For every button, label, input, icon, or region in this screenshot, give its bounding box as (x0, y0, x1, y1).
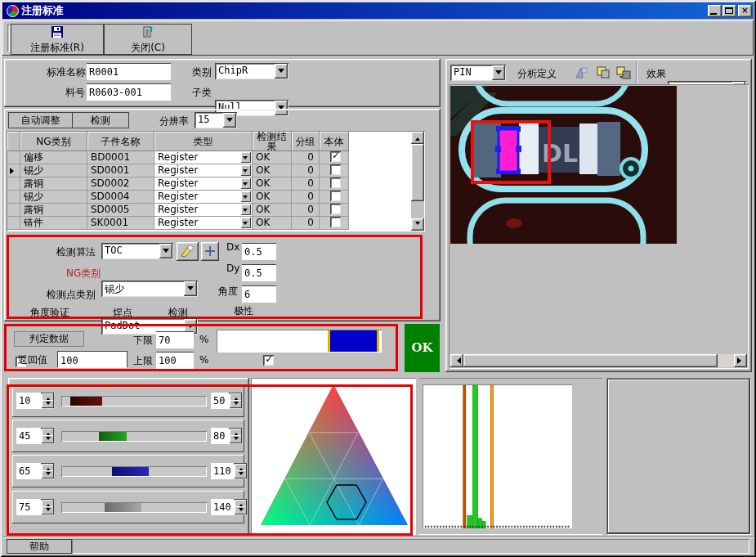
chevron-down-icon[interactable] (241, 152, 251, 163)
header-type[interactable]: 类型 (154, 132, 253, 151)
angle-field[interactable] (242, 285, 276, 302)
spin-down-button[interactable] (42, 435, 54, 443)
upper-limit-input[interactable] (156, 353, 194, 369)
range-slider[interactable] (61, 396, 207, 407)
help-button[interactable]: 帮助 (7, 539, 72, 554)
std-name-field[interactable] (87, 63, 171, 79)
dy-field[interactable] (242, 264, 276, 281)
maximize-button[interactable] (722, 5, 736, 17)
teach-brush-button[interactable] (177, 242, 199, 261)
range-slider[interactable] (61, 466, 207, 477)
table-row[interactable]: 偏移 BD0001 Register OK 0 (7, 151, 411, 164)
header-group[interactable]: 分组 (292, 132, 320, 151)
body-checkbox[interactable] (330, 177, 341, 188)
resolution-combo[interactable]: 15 (195, 112, 237, 128)
copy-region-icon[interactable] (596, 66, 611, 79)
dx-field[interactable] (242, 243, 276, 259)
slider-max-spinner[interactable] (211, 393, 242, 409)
detect-button[interactable]: 检测 (72, 112, 129, 128)
table-row[interactable]: 露铜 SD0005 Register OK 0 (7, 204, 411, 217)
scroll-down-button[interactable] (411, 218, 424, 231)
chevron-down-icon[interactable] (492, 65, 505, 80)
max-value-input[interactable] (211, 463, 234, 479)
table-row[interactable]: 锡少 SD0001 Register OK 0 (7, 164, 411, 177)
type-dropdown[interactable]: Register (154, 191, 253, 204)
close-window-button[interactable]: 关闭(C) (104, 24, 192, 55)
scroll-left-button[interactable] (450, 354, 463, 367)
dy-input[interactable] (242, 265, 276, 281)
close-button[interactable]: × (738, 5, 752, 17)
range-segment[interactable] (112, 467, 149, 476)
slider-min-spinner[interactable] (16, 393, 54, 409)
chromaticity-triangle[interactable] (251, 378, 414, 533)
table-row[interactable]: 露铜 SD0002 Register OK 0 (7, 177, 411, 191)
ng-category-combo[interactable]: 锡少 (101, 281, 198, 297)
angle-input[interactable] (242, 286, 276, 303)
image-hscrollbar[interactable] (450, 354, 747, 367)
table-scrollbar[interactable] (411, 132, 424, 231)
part-no-input[interactable] (87, 84, 171, 101)
color-triangle-panel[interactable] (251, 378, 416, 535)
min-value-input[interactable] (16, 393, 41, 409)
type-dropdown[interactable]: Register (154, 204, 253, 217)
max-value-input[interactable] (211, 393, 229, 409)
chevron-down-icon[interactable] (241, 204, 251, 215)
scroll-up-button[interactable] (411, 132, 424, 144)
min-value-input[interactable] (16, 463, 41, 479)
body-checkbox[interactable] (330, 204, 341, 214)
spin-down-button[interactable] (42, 400, 54, 408)
cascade-region-icon[interactable] (616, 66, 631, 79)
slider-min-spinner[interactable] (16, 428, 54, 444)
ok-button[interactable]: OK (405, 324, 440, 372)
add-point-button[interactable] (201, 242, 219, 261)
max-value-input[interactable] (211, 499, 234, 515)
scrollbar-thumb[interactable] (463, 354, 718, 367)
pcb-photo[interactable]: DLL (450, 86, 677, 244)
body-checkbox[interactable] (330, 151, 341, 162)
slider-max-spinner[interactable] (211, 463, 247, 479)
slider-min-spinner[interactable] (16, 499, 54, 515)
type-dropdown[interactable]: Register (154, 217, 253, 230)
register-standard-button[interactable]: 注册标准(R) (11, 24, 104, 55)
min-value-input[interactable] (16, 428, 41, 444)
body-checkbox[interactable] (330, 164, 341, 175)
spin-down-button[interactable] (230, 400, 242, 408)
spin-down-button[interactable] (42, 506, 54, 514)
chevron-down-icon[interactable] (241, 165, 251, 176)
chevron-down-icon[interactable] (275, 64, 288, 79)
histogram-plot-area[interactable] (423, 384, 572, 528)
pin-combo[interactable]: PIN (450, 65, 506, 81)
header-result[interactable]: 检测结果 (253, 132, 292, 151)
type-dropdown[interactable]: Register (154, 164, 253, 177)
minimize-button[interactable] (708, 5, 722, 17)
body-checkbox[interactable] (330, 217, 341, 227)
auto-adjust-button[interactable]: 自动调整 (8, 112, 73, 128)
body-checkbox[interactable] (330, 191, 341, 201)
range-segment[interactable] (99, 432, 127, 441)
return-value-input[interactable] (58, 353, 127, 368)
category-combo[interactable]: ChipR (215, 63, 289, 79)
type-dropdown[interactable]: Register (154, 151, 253, 164)
title-bar[interactable]: 注册标准 × (2, 2, 754, 19)
chevron-down-icon[interactable] (223, 113, 236, 128)
spin-down-button[interactable] (230, 435, 242, 443)
std-name-input[interactable] (87, 64, 171, 80)
slider-max-spinner[interactable] (211, 428, 242, 444)
range-segment[interactable] (70, 397, 102, 406)
table-row[interactable]: 错件 SK0001 Register OK 0 (7, 217, 411, 230)
range-slider[interactable] (61, 502, 207, 513)
spin-down-button[interactable] (42, 470, 54, 478)
header-ng[interactable]: NG类别 (20, 132, 87, 151)
lower-limit-input[interactable] (156, 332, 194, 348)
spin-down-button[interactable] (235, 470, 247, 478)
chevron-down-icon[interactable] (159, 244, 172, 258)
upper-limit-field[interactable] (156, 352, 194, 368)
slider-min-spinner[interactable] (16, 463, 54, 479)
max-value-input[interactable] (211, 428, 229, 444)
range-slider[interactable] (61, 431, 207, 442)
type-dropdown[interactable]: Register (154, 177, 253, 191)
min-value-input[interactable] (16, 499, 41, 515)
lower-limit-field[interactable] (156, 331, 194, 348)
spin-down-button[interactable] (235, 506, 247, 514)
chevron-down-icon[interactable] (241, 218, 251, 228)
